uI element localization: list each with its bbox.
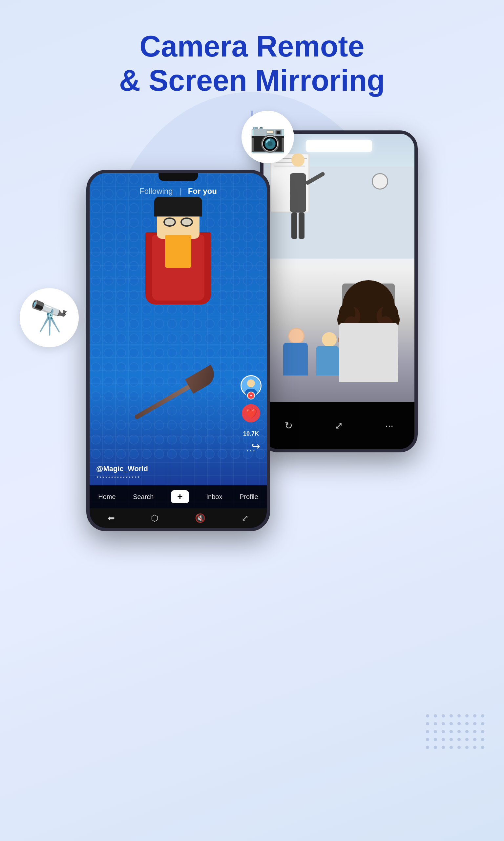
lego-stud <box>91 435 101 445</box>
decoration-dot <box>450 730 453 733</box>
lego-stud <box>116 435 126 445</box>
lego-stud <box>230 435 240 445</box>
avatar-container: + <box>240 375 262 396</box>
student-1-head <box>288 328 305 344</box>
nav-home[interactable]: Home <box>98 493 115 501</box>
lego-stud <box>192 449 202 459</box>
lego-stud <box>116 449 126 459</box>
decoration-dot <box>434 730 437 733</box>
lego-stud <box>91 333 101 343</box>
lego-stud <box>256 319 266 329</box>
lego-stud <box>243 348 253 358</box>
lego-stud <box>154 435 164 445</box>
lego-stud <box>91 377 101 387</box>
tab-for-you[interactable]: For you <box>188 187 217 196</box>
lego-stud <box>256 305 266 314</box>
lego-stud <box>116 276 126 286</box>
student-1-body <box>283 343 308 376</box>
decoration-dot <box>465 730 469 733</box>
lego-stud <box>91 406 101 416</box>
lego-stud <box>179 435 189 445</box>
broom-stick <box>134 383 193 420</box>
lego-stud <box>243 276 253 286</box>
lego-stud <box>167 449 177 459</box>
lego-stud <box>91 290 101 300</box>
nav-create-button[interactable]: + <box>171 490 189 503</box>
student-shirt <box>339 323 398 382</box>
expand-icon[interactable]: ⤢ <box>241 513 249 523</box>
lego-stud <box>104 348 113 358</box>
decoration-dot <box>457 722 461 725</box>
lego-stud <box>243 247 253 257</box>
camera-icon: 📷 <box>249 120 286 154</box>
lego-stud <box>230 406 240 416</box>
phone-right: ↻ ⤢ ··· <box>260 131 418 452</box>
decoration-dot <box>450 738 453 741</box>
like-button[interactable]: ❤️ <box>242 404 260 423</box>
rotate-icon[interactable]: ↻ <box>285 420 293 431</box>
harry-potter-figure <box>126 200 231 423</box>
nav-profile[interactable]: Profile <box>239 493 258 501</box>
nav-search[interactable]: Search <box>133 493 154 501</box>
lego-stud <box>243 218 253 228</box>
username: @Magic_World <box>96 464 148 473</box>
harry-hair <box>154 197 202 217</box>
lego-stud <box>91 362 101 372</box>
decoration-dot <box>434 722 437 725</box>
lego-stud <box>116 391 126 401</box>
lego-stud <box>91 218 101 228</box>
lego-stud <box>243 203 253 213</box>
lego-stud <box>243 319 253 329</box>
decoration-dot <box>426 722 429 725</box>
lego-stud <box>116 261 126 271</box>
lego-stud <box>243 261 253 271</box>
binoculars-icon: 🔭 <box>29 298 70 337</box>
broom <box>131 365 218 425</box>
teacher-body <box>290 173 306 212</box>
lego-stud <box>167 435 177 445</box>
lego-stud <box>91 261 101 271</box>
lego-stud <box>129 449 139 459</box>
lego-stud <box>104 420 113 430</box>
dots-grid <box>426 714 484 749</box>
decoration-dot <box>442 746 445 749</box>
more-icon[interactable]: ··· <box>385 420 393 431</box>
tab-following[interactable]: Following <box>140 187 173 196</box>
camera-icon-bubble: 📷 <box>241 111 294 163</box>
lego-stud <box>116 420 126 430</box>
lego-stud <box>256 218 266 228</box>
light-panel <box>306 140 372 152</box>
decoration-dot <box>450 722 453 725</box>
lego-stud <box>230 247 240 257</box>
fullscreen-icon[interactable]: ⤢ <box>335 420 343 431</box>
binoculars-bubble: 🔭 <box>20 288 79 347</box>
lego-stud <box>230 290 240 300</box>
phone-sysbar: ⬅ ⬡ 🔇 ⤢ <box>90 508 267 528</box>
back-icon[interactable]: ⬅ <box>108 513 115 523</box>
share-button[interactable]: ↪ <box>251 440 260 452</box>
decoration-dot <box>426 746 429 749</box>
decoration-dot <box>465 714 469 718</box>
nav-inbox[interactable]: Inbox <box>206 493 222 501</box>
lego-stud <box>230 420 240 430</box>
decoration-dot <box>481 730 484 733</box>
lego-stud <box>116 319 126 329</box>
layers-icon[interactable]: ⬡ <box>151 513 159 523</box>
lego-stud <box>104 232 113 242</box>
lego-stud <box>230 449 240 459</box>
decoration-dot <box>473 730 476 733</box>
lego-stud <box>256 276 266 286</box>
lego-stud <box>91 319 101 329</box>
follow-plus-button[interactable]: + <box>247 392 255 399</box>
phone-left-screen: Following | For you + <box>90 173 267 528</box>
phones-container: 📷 <box>0 131 504 531</box>
lego-stud <box>116 218 126 228</box>
student-main <box>332 277 404 382</box>
lego-stud <box>230 203 240 213</box>
lego-stud <box>91 232 101 242</box>
decoration-dot <box>481 722 484 725</box>
phone-left: Following | For you + <box>86 170 270 531</box>
decoration-dot <box>426 730 429 733</box>
volume-icon[interactable]: 🔇 <box>195 513 205 523</box>
lego-stud <box>116 290 126 300</box>
